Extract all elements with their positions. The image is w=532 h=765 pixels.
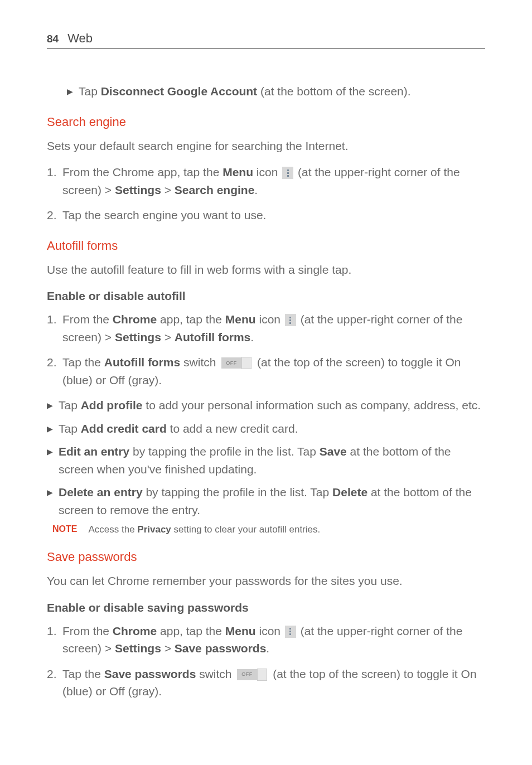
search-engine-step1: 1. From the Chrome app, tap the Menu ico… <box>47 163 485 198</box>
switch-off-icon: OFF <box>237 669 267 680</box>
save-pw-desc: You can let Chrome remember your passwor… <box>47 572 485 590</box>
page-header: 84 Web <box>47 31 485 49</box>
save-pw-subheading: Enable or disable saving passwords <box>47 601 485 614</box>
bullet-disconnect: ▶ Tap Disconnect Google Account (at the … <box>67 83 485 100</box>
triangle-icon: ▶ <box>47 446 53 478</box>
heading-autofill: Autofill forms <box>47 239 485 253</box>
bullet-text: Tap Disconnect Google Account (at the bo… <box>79 83 411 100</box>
list-number: 2. <box>47 354 58 389</box>
autofill-step2: 2. Tap the Autofill forms switch OFF (at… <box>47 354 485 389</box>
autofill-desc: Use the autofill feature to fill in web … <box>47 261 485 279</box>
save-pw-step2: 2. Tap the Save passwords switch OFF (at… <box>47 665 485 700</box>
menu-icon <box>282 167 293 179</box>
page-title: Web <box>67 31 93 46</box>
bullet-delete-entry: ▶ Delete an entry by tapping the profile… <box>47 483 485 519</box>
autofill-subheading: Enable or disable autofill <box>47 289 485 303</box>
list-number: 2. <box>47 665 58 700</box>
note-text: Access the Privacy setting to clear your… <box>88 524 320 535</box>
heading-search-engine: Search engine <box>47 115 485 129</box>
document-page: 84 Web ▶ Tap Disconnect Google Account (… <box>0 0 532 730</box>
search-engine-desc: Sets your default search engine for sear… <box>47 137 485 155</box>
switch-off-icon: OFF <box>221 357 252 369</box>
list-number: 1. <box>47 311 58 346</box>
bullet-add-card: ▶ Tap Add credit card to add a new credi… <box>47 420 485 438</box>
search-engine-step2: 2. Tap the search engine you want to use… <box>47 206 485 224</box>
page-number: 84 <box>47 33 59 45</box>
triangle-icon: ▶ <box>47 423 53 438</box>
list-number: 1. <box>47 622 58 657</box>
note-label: NOTE <box>52 524 77 535</box>
list-number: 2. <box>47 206 58 224</box>
heading-save-passwords: Save passwords <box>47 550 485 564</box>
bullet-edit-entry: ▶ Edit an entry by tapping the profile i… <box>47 443 485 478</box>
bullet-add-profile: ▶ Tap Add profile to add your personal i… <box>47 396 485 414</box>
menu-icon <box>285 626 296 638</box>
list-number: 1. <box>47 163 58 198</box>
triangle-icon: ▶ <box>67 86 73 100</box>
save-pw-step1: 1. From the Chrome app, tap the Menu ico… <box>47 622 485 657</box>
note-row: NOTE Access the Privacy setting to clear… <box>47 524 485 535</box>
triangle-icon: ▶ <box>47 487 53 519</box>
autofill-step1: 1. From the Chrome app, tap the Menu ico… <box>47 311 485 346</box>
menu-icon <box>285 314 296 326</box>
triangle-icon: ▶ <box>47 400 53 414</box>
